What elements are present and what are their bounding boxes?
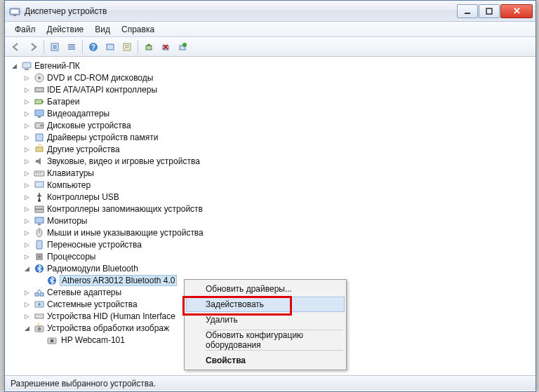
tree-category[interactable]: ▷Контроллеры запоминающих устройств bbox=[6, 203, 534, 215]
tree-category[interactable]: ▷IDE ATA/ATAPI контроллеры bbox=[6, 83, 534, 95]
svg-rect-2 bbox=[13, 15, 16, 16]
hid-icon bbox=[34, 311, 45, 322]
ctx-properties[interactable]: Свойства bbox=[186, 353, 345, 368]
close-button[interactable]: ✕ bbox=[500, 4, 533, 18]
expand-icon[interactable]: ▷ bbox=[22, 158, 32, 165]
svg-rect-52 bbox=[40, 293, 44, 296]
tree-category[interactable]: ▷Контроллеры USB bbox=[6, 191, 534, 203]
category-label: Мыши и иные указывающие устройства bbox=[47, 228, 204, 238]
titlebar[interactable]: Диспетчер устройств ✕ bbox=[5, 1, 535, 22]
svg-rect-20 bbox=[22, 62, 31, 68]
svg-rect-35 bbox=[36, 173, 37, 173]
category-label: Видеоадаптеры bbox=[47, 109, 109, 119]
update-driver-button[interactable] bbox=[141, 39, 157, 55]
category-label: Устройства HID (Human Interface bbox=[47, 311, 175, 321]
svg-text:?: ? bbox=[91, 43, 95, 51]
category-label: Другие устройства bbox=[47, 144, 120, 154]
category-label: Переносные устройства bbox=[47, 240, 142, 250]
expand-icon[interactable]: ▷ bbox=[22, 182, 32, 189]
tree-category[interactable]: ▷⚠Другие устройства bbox=[6, 143, 534, 155]
expand-icon[interactable]: ▷ bbox=[22, 134, 32, 141]
tree-category[interactable]: ▷Дисковые устройства bbox=[6, 119, 534, 131]
bluetooth-icon bbox=[46, 275, 58, 286]
help-button[interactable]: ? bbox=[86, 39, 101, 55]
category-label: Контроллеры запоминающих устройств bbox=[47, 204, 203, 214]
ctx-scan-hardware[interactable]: Обновить конфигурацию оборудования bbox=[186, 332, 345, 348]
expand-icon[interactable]: ▷ bbox=[22, 110, 32, 117]
tree-category[interactable]: ▷Мониторы bbox=[6, 215, 534, 227]
svg-point-56 bbox=[38, 303, 41, 306]
tree-category[interactable]: ▷Звуковые, видео и игровые устройства bbox=[6, 155, 534, 167]
scan-button[interactable] bbox=[102, 39, 118, 55]
ctx-update-drivers[interactable]: Обновить драйверы... bbox=[186, 281, 345, 297]
category-label: IDE ATA/ATAPI контроллеры bbox=[47, 85, 157, 95]
svg-point-62 bbox=[51, 339, 54, 342]
svg-rect-51 bbox=[35, 293, 39, 296]
ctx-enable[interactable]: Задействовать bbox=[186, 297, 345, 312]
svg-rect-25 bbox=[35, 100, 42, 104]
expand-icon[interactable]: ▷ bbox=[22, 122, 32, 129]
ide-icon bbox=[34, 84, 45, 95]
tree-category[interactable]: ▷Видеоадаптеры bbox=[6, 107, 534, 119]
menu-action[interactable]: Действие bbox=[41, 23, 90, 36]
details-button[interactable] bbox=[64, 39, 79, 55]
tree-category[interactable]: ▷Драйверы устройств памяти bbox=[6, 131, 534, 143]
svg-rect-28 bbox=[38, 116, 41, 118]
expand-icon[interactable]: ▷ bbox=[22, 289, 32, 296]
category-label: Контроллеры USB bbox=[47, 192, 119, 202]
tree-category[interactable]: ▷Процессоры bbox=[6, 250, 534, 262]
minimize-button[interactable] bbox=[457, 4, 478, 18]
svg-point-59 bbox=[38, 327, 41, 330]
svg-rect-3 bbox=[465, 13, 470, 14]
device-label: Atheros AR3012 Bluetooth 4.0 bbox=[60, 275, 177, 286]
tree-category[interactable]: ▷Переносные устройства bbox=[6, 238, 534, 250]
tree-category[interactable]: ▷Компьютер bbox=[6, 179, 534, 191]
expand-icon[interactable]: ▷ bbox=[22, 241, 32, 248]
menu-view[interactable]: Вид bbox=[89, 23, 116, 36]
forward-button[interactable] bbox=[25, 39, 41, 55]
enable-button[interactable] bbox=[175, 39, 190, 55]
expand-icon[interactable]: ▷ bbox=[22, 313, 32, 320]
expand-icon[interactable]: ▷ bbox=[22, 217, 32, 224]
expand-icon[interactable]: ▷ bbox=[22, 146, 32, 153]
battery-icon bbox=[34, 96, 45, 107]
usb-icon bbox=[34, 191, 45, 203]
maximize-button[interactable] bbox=[479, 4, 500, 18]
category-label: Драйверы устройств памяти bbox=[47, 133, 158, 142]
tree-category[interactable]: ▷Батареи bbox=[6, 95, 534, 107]
statusbar: Разрешение выбранного устройства. bbox=[5, 375, 535, 391]
expand-icon[interactable]: ▷ bbox=[22, 74, 32, 81]
expand-icon[interactable]: ▷ bbox=[22, 98, 32, 105]
expand-icon[interactable]: ▷ bbox=[22, 301, 32, 308]
expand-icon[interactable]: ▷ bbox=[22, 253, 32, 260]
svg-rect-7 bbox=[68, 44, 75, 46]
svg-line-54 bbox=[39, 290, 42, 293]
expand-icon[interactable]: ▷ bbox=[22, 205, 32, 212]
tree-category[interactable]: ▷DVD и CD-ROM дисководы bbox=[6, 72, 534, 83]
tree-category[interactable]: ▷Клавиатуры bbox=[6, 167, 534, 179]
svg-rect-12 bbox=[107, 44, 114, 50]
svg-text:⚠: ⚠ bbox=[36, 323, 41, 327]
expand-icon[interactable]: ▷ bbox=[22, 194, 32, 201]
ctx-delete[interactable]: Удалить bbox=[186, 312, 345, 327]
category-label: DVD и CD-ROM дисководы bbox=[47, 73, 153, 83]
tree-root[interactable]: ◢ Евгений-ПК bbox=[6, 60, 534, 72]
menubar: Файл Действие Вид Справка bbox=[5, 22, 535, 37]
expand-icon[interactable]: ▷ bbox=[22, 170, 32, 177]
svg-rect-42 bbox=[35, 217, 44, 223]
collapse-icon[interactable]: ◢ bbox=[9, 62, 19, 69]
expand-icon[interactable]: ◢ bbox=[22, 265, 32, 272]
menu-help[interactable]: Справка bbox=[116, 23, 160, 36]
expand-icon[interactable]: ◢ bbox=[22, 325, 32, 332]
show-hidden-button[interactable] bbox=[47, 39, 62, 55]
back-button[interactable] bbox=[8, 39, 24, 55]
expand-icon[interactable]: ▷ bbox=[22, 86, 32, 93]
category-label: Сетевые адаптеры bbox=[47, 288, 121, 297]
properties-button[interactable] bbox=[119, 39, 135, 55]
tree-category[interactable]: ◢Радиомодули Bluetooth bbox=[6, 262, 534, 274]
uninstall-button[interactable] bbox=[158, 39, 173, 55]
tree-category[interactable]: ▷Мыши и иные указывающие устройства bbox=[6, 227, 534, 238]
memdriver-icon bbox=[34, 132, 45, 143]
menu-file[interactable]: Файл bbox=[9, 23, 41, 36]
expand-icon[interactable]: ▷ bbox=[22, 229, 32, 236]
